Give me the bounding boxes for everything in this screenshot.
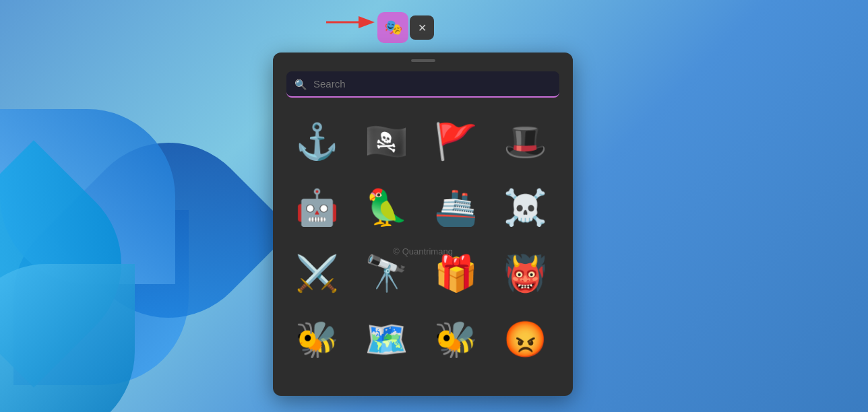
sticker-pirate-character[interactable]: 🏴‍☠️ xyxy=(356,111,416,172)
sticker-map[interactable]: 🗺️ xyxy=(356,309,416,370)
bloom-petal-5 xyxy=(0,264,135,412)
sticker-bee1[interactable]: 🐝 xyxy=(286,309,347,370)
arrow-indicator xyxy=(323,12,377,32)
sticker-parrot[interactable]: 🦜 xyxy=(356,177,416,238)
sticker-sword[interactable]: ⚔️ xyxy=(286,243,347,304)
search-icon: 🔍 xyxy=(294,79,307,91)
sticker-pirate-robot[interactable]: 🤖 xyxy=(286,177,347,238)
emoji-toolbar: 🎭 ✕ xyxy=(377,12,434,43)
sticker-anchor[interactable]: ⚓ xyxy=(286,111,347,172)
sticker-bee-angry[interactable]: 😡 xyxy=(495,309,556,370)
desktop: 🎭 ✕ 🔍 © Quantrimang ⚓🏴‍☠️🚩🎩🤖🦜🚢☠️⚔️🔭🎁👹🐝🗺️… xyxy=(0,0,868,412)
sticker-fire-monster[interactable]: 👹 xyxy=(495,243,556,304)
search-container: 🔍 xyxy=(286,71,559,98)
sticker-pirate-hat[interactable]: 🎩 xyxy=(495,111,556,172)
emoji-picker-button[interactable]: 🎭 xyxy=(377,12,408,43)
panel-handle xyxy=(273,53,573,66)
search-input[interactable] xyxy=(286,71,559,98)
sticker-pirate-flag[interactable]: 🚩 xyxy=(426,111,487,172)
sticker-skull-crossbones[interactable]: ☠️ xyxy=(495,177,556,238)
drag-handle xyxy=(411,59,435,62)
sticker-grid: © Quantrimang ⚓🏴‍☠️🚩🎩🤖🦜🚢☠️⚔️🔭🎁👹🐝🗺️🐝😡 xyxy=(273,106,573,396)
close-toolbar-button[interactable]: ✕ xyxy=(410,15,434,40)
sticker-telescope[interactable]: 🔭 xyxy=(356,243,416,304)
sticker-pirate-ship[interactable]: 🚢 xyxy=(426,177,487,238)
emoji-panel: 🔍 © Quantrimang ⚓🏴‍☠️🚩🎩🤖🦜🚢☠️⚔️🔭🎁👹🐝🗺️🐝😡 xyxy=(273,53,573,396)
sticker-treasure-chest[interactable]: 🎁 xyxy=(426,243,487,304)
sticker-bee2[interactable]: 🐝 xyxy=(426,309,487,370)
arrow-svg xyxy=(323,12,377,32)
